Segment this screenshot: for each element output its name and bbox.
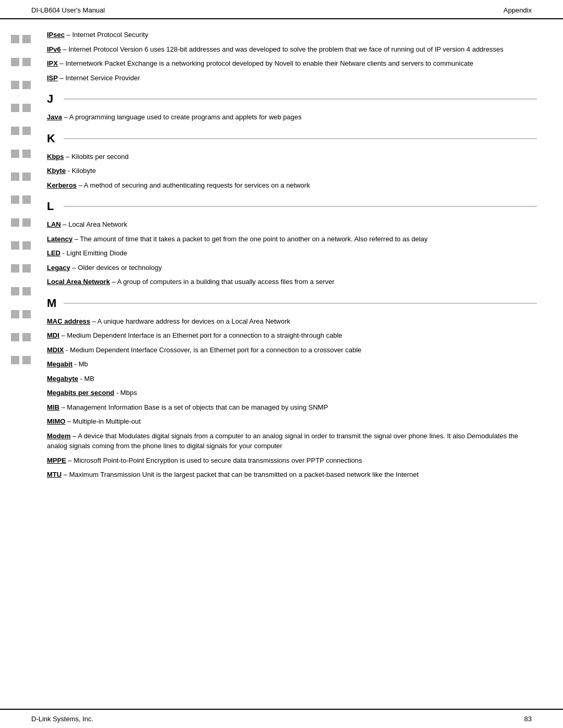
sidebar-group-14 [11, 333, 31, 341]
header-title-right: Appendix [504, 6, 532, 14]
sidebar-group-2 [11, 58, 31, 66]
sidebar-group-6 [11, 150, 31, 158]
sidebar-group-13 [11, 310, 31, 318]
gray-square [22, 35, 31, 43]
sidebar-group-8 [11, 195, 31, 204]
section-divider-j [64, 98, 537, 100]
gray-square [11, 127, 19, 135]
entry-ipsec: IPsec – Internet Protocol Security [47, 30, 537, 40]
sidebar-group-1 [11, 35, 31, 43]
section-letter-k: K [47, 132, 57, 145]
footer-page-number: 83 [524, 715, 532, 723]
section-header-l: L [47, 200, 537, 213]
sidebar-group-10 [11, 241, 31, 250]
sidebar-group-3 [11, 81, 31, 89]
section-divider-m [64, 303, 537, 304]
section-divider-k [64, 138, 537, 139]
section-header-j: J [47, 92, 537, 106]
sidebar-group-12 [11, 287, 31, 295]
entry-latency: Latency – The amount of time that it tak… [47, 234, 537, 244]
gray-square [22, 58, 31, 66]
gray-square [11, 310, 19, 318]
entry-kerberos: Kerberos – A method of securing and auth… [47, 180, 537, 191]
header-title-left: DI-LB604 User's Manual [31, 6, 105, 14]
gray-square [11, 58, 19, 66]
entry-legacy: Legacy – Older devices or technology [47, 263, 537, 273]
entry-mppe: MPPE – Microsoft Point-to-Point Encrypti… [47, 455, 537, 466]
entry-megabits-per-second: Megabits per second - Mbps [47, 388, 537, 398]
gray-square [11, 241, 19, 250]
entry-mac-address: MAC address – A unique hardware address … [47, 316, 537, 327]
page-footer: D-Link Systems, Inc. 83 [0, 709, 563, 728]
entry-ipx: IPX – Internetwork Packet Exchange is a … [47, 58, 537, 69]
sidebar-decoration [0, 30, 42, 484]
entry-megabyte: Megabyte - MB [47, 374, 537, 384]
sidebar-group-4 [11, 104, 31, 112]
section-letter-l: L [47, 200, 57, 213]
sidebar-group-11 [11, 264, 31, 273]
gray-square [11, 81, 19, 89]
entry-led: LED - Light Emitting Diode [47, 248, 537, 258]
entry-kbps: Kbps – Kilobits per second [47, 152, 537, 162]
entry-lan: LAN – Local Area Network [47, 219, 537, 230]
gray-square [11, 333, 19, 341]
sidebar-group-5 [11, 127, 31, 135]
gray-square [11, 104, 19, 112]
entry-modem: Modem – A device that Modulates digital … [47, 431, 537, 451]
gray-square [22, 150, 31, 158]
entry-mtu: MTU – Maximum Transmission Unit is the l… [47, 470, 537, 480]
entry-mdi: MDI – Medium Dependent Interface is an E… [47, 330, 537, 341]
sidebar-group-7 [11, 172, 31, 181]
gray-square [22, 356, 31, 364]
gray-square [22, 104, 31, 112]
gray-square [22, 172, 31, 181]
glossary-content: IPsec – Internet Protocol Security IPv6 … [42, 30, 563, 484]
footer-company: D-Link Systems, Inc. [31, 715, 93, 723]
sidebar-group-9 [11, 218, 31, 227]
gray-square [22, 218, 31, 227]
entry-megabit: Megabit - Mb [47, 359, 537, 369]
gray-square [11, 35, 19, 43]
gray-square [22, 310, 31, 318]
section-letter-m: M [47, 297, 57, 310]
gray-square [22, 333, 31, 341]
entry-local-area-network: Local Area Network – A group of computer… [47, 277, 537, 287]
section-letter-j: J [47, 92, 57, 106]
section-header-m: M [47, 297, 537, 310]
section-divider-l [64, 206, 537, 207]
section-header-k: K [47, 132, 537, 145]
entry-isp: ISP – Internet Service Provider [47, 73, 537, 83]
gray-square [11, 356, 19, 364]
entry-ipv6: IPv6 – Internet Protocol Version 6 uses … [47, 44, 537, 55]
entry-java: Java – A programming language used to cr… [47, 112, 537, 122]
gray-square [22, 241, 31, 250]
entry-kbyte: Kbyte - Kilobyte [47, 166, 537, 176]
main-content: IPsec – Internet Protocol Security IPv6 … [0, 19, 563, 515]
gray-square [22, 127, 31, 135]
entry-mimo: MIMO – Multiple-in Multiple-out [47, 416, 537, 427]
entry-mdix: MDIX - Medium Dependent Interface Crosso… [47, 345, 537, 355]
gray-square [11, 287, 19, 295]
gray-square [11, 150, 19, 158]
page-header: DI-LB604 User's Manual Appendix [0, 0, 563, 19]
gray-square [22, 195, 31, 204]
sidebar-group-15 [11, 356, 31, 364]
gray-square [22, 287, 31, 295]
gray-square [11, 218, 19, 227]
gray-square [11, 264, 19, 273]
gray-square [22, 81, 31, 89]
gray-square [11, 195, 19, 204]
entry-mib: MIB – Management Information Base is a s… [47, 402, 537, 413]
gray-square [11, 172, 19, 181]
gray-square [22, 264, 31, 273]
